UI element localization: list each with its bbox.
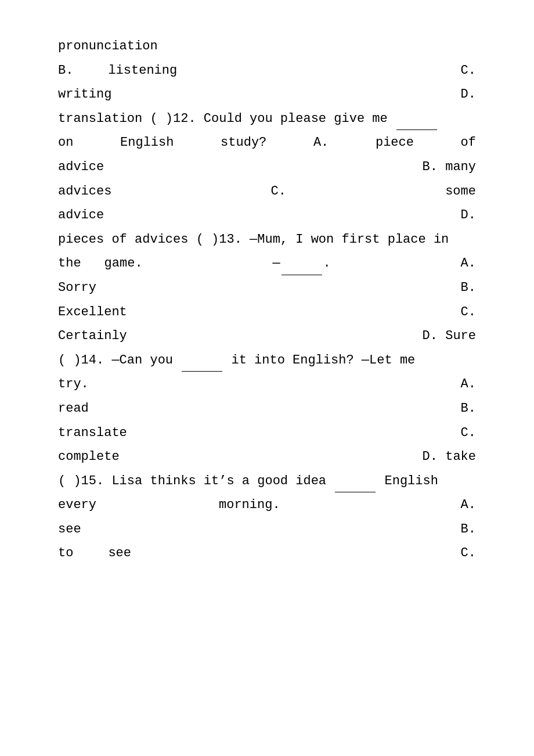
line-excellent-c: Excellent C.: [58, 301, 476, 324]
line-pronunciation: pronunciation: [58, 35, 476, 58]
option-b-label4: B.: [461, 518, 476, 541]
translation-text: translation ( )12. Could you please give…: [58, 111, 395, 126]
option-c-some-label: C.: [271, 180, 286, 203]
line-pieces-q13: pieces of advices ( )13. —Mum, I won fir…: [58, 228, 476, 251]
main-content: pronunciation B. listening C. writing D.…: [58, 35, 476, 565]
option-b-listening: listening: [73, 59, 460, 82]
option-d-take: D. take: [423, 445, 476, 469]
option-d-sure: D. Sure: [423, 325, 476, 348]
option-d-label2: D.: [461, 204, 476, 227]
word-read: read: [58, 397, 89, 420]
word-the: the: [58, 252, 81, 275]
word-piece: piece: [376, 131, 414, 154]
blank-14: [182, 371, 222, 372]
blank-15: [335, 492, 376, 492]
option-b-label: B.: [58, 59, 73, 82]
word-see-b: see: [73, 542, 131, 565]
word-study: study?: [221, 131, 266, 154]
word-some: some: [445, 180, 476, 203]
blank-13: [282, 275, 322, 275]
word-every: every: [58, 494, 96, 517]
word-advices: advices: [58, 180, 111, 203]
line-sorry-b: Sorry B.: [58, 276, 476, 300]
option-c-label: C.: [461, 59, 476, 82]
line-certainly-d: Certainly D. Sure: [58, 325, 476, 348]
word-sorry: Sorry: [58, 276, 96, 300]
option-a-label: A.: [313, 131, 329, 154]
line-advice-d: advice D.: [58, 204, 476, 227]
word-try: try.: [58, 373, 89, 396]
option-a-label3: A.: [461, 373, 476, 396]
word-advice-c: advice: [58, 204, 104, 227]
q14-text2: it into English? —Let me: [223, 353, 415, 368]
word-certainly: Certainly: [58, 325, 127, 348]
word-on: on: [58, 131, 73, 154]
option-b-label3: B.: [461, 397, 476, 420]
line-every-morning: every morning. A.: [58, 494, 476, 517]
word-of: of: [461, 131, 476, 154]
line-b-listening: B. listening C.: [58, 59, 476, 82]
q14-text: ( )14. —Can you: [58, 353, 181, 368]
word-morning: morning.: [219, 494, 280, 517]
line-the-game: the game. —. A.: [58, 252, 476, 275]
word-complete: complete: [58, 445, 120, 469]
line-see-b: see B.: [58, 518, 476, 541]
line-translation-q12: translation ( )12. Could you please give…: [58, 107, 476, 131]
word-game: game.: [81, 252, 143, 275]
blank-12: [396, 129, 437, 130]
word-translate: translate: [58, 422, 127, 445]
option-a-label2: A.: [461, 252, 476, 275]
line-try-a: try. A.: [58, 373, 476, 396]
line-translate-c: translate C.: [58, 422, 476, 445]
word-excellent: Excellent: [58, 301, 127, 324]
option-c-label3: C.: [461, 422, 476, 445]
q15-text2: English: [377, 474, 438, 488]
option-c-label4: C.: [461, 542, 476, 565]
line-complete-d: complete D. take: [58, 445, 476, 469]
line-advices-c: advices C. some: [58, 180, 476, 203]
line-q15: ( )15. Lisa thinks it’s a good idea Engl…: [58, 470, 476, 493]
option-c-writing: writing: [58, 83, 111, 106]
option-c-label2: C.: [461, 301, 476, 324]
pieces-text: pieces of advices ( )13. —Mum, I won fir…: [58, 232, 449, 247]
word-see-a: see: [58, 518, 81, 541]
line-q14: ( )14. —Can you it into English? —Let me: [58, 349, 476, 372]
word-english: English: [120, 131, 174, 154]
q15-text: ( )15. Lisa thinks it’s a good idea: [58, 474, 334, 488]
line-writing: writing D.: [58, 83, 476, 106]
line-advice-b: advice B. many: [58, 156, 476, 179]
line-on-english: on English study? A. piece of: [58, 131, 476, 154]
option-a-label4: A.: [403, 494, 476, 517]
line-read-b: read B.: [58, 397, 476, 420]
option-b-label2: B.: [461, 276, 476, 300]
word-to: to: [58, 542, 73, 565]
response-blank: —.: [143, 252, 461, 275]
option-b-many: B. many: [423, 156, 476, 179]
line-to-see-c: to see C.: [58, 542, 476, 565]
word-advice-a: advice: [58, 156, 104, 179]
option-d-label: D.: [461, 83, 476, 106]
